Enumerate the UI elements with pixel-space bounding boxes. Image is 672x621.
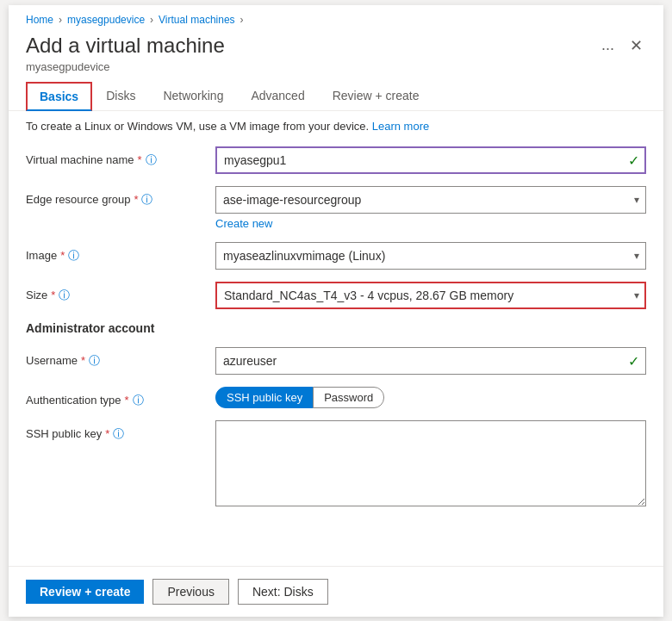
form-section: Virtual machine name * ⓘ ✓ Edge resource… — [9, 141, 663, 566]
edge-rg-info-icon[interactable]: ⓘ — [141, 192, 152, 208]
edge-rg-select[interactable]: ase-image-resourcegroup — [215, 186, 646, 214]
auth-type-label: Authentication type * ⓘ — [26, 387, 215, 408]
review-create-button[interactable]: Review + create — [26, 580, 144, 604]
ssh-key-control — [215, 420, 646, 509]
breadcrumb-vms[interactable]: Virtual machines — [159, 14, 235, 26]
create-new-link[interactable]: Create new — [215, 217, 272, 230]
size-required: * — [51, 289, 55, 301]
auth-type-row: Authentication type * ⓘ SSH public key P… — [26, 387, 646, 408]
breadcrumb-home[interactable]: Home — [26, 14, 53, 26]
panel-header: Add a virtual machine ... ✕ — [9, 29, 663, 60]
image-control: myaseazlinuxvmimage (Linux) ▾ — [215, 242, 646, 270]
info-bar: To create a Linux or Windows VM, use a V… — [9, 111, 663, 141]
previous-button[interactable]: Previous — [152, 579, 228, 605]
image-required: * — [60, 249, 65, 262]
admin-section-heading: Administrator account — [26, 321, 646, 335]
size-control: Standard_NC4as_T4_v3 - 4 vcpus, 28.67 GB… — [215, 282, 646, 309]
image-info-icon[interactable]: ⓘ — [68, 248, 79, 264]
ssh-key-required: * — [105, 427, 109, 440]
size-row: Size * ⓘ Standard_NC4as_T4_v3 - 4 vcpus,… — [26, 282, 646, 309]
username-control: ✓ — [215, 347, 646, 375]
ssh-key-info-icon[interactable]: ⓘ — [113, 426, 124, 442]
username-check-icon: ✓ — [628, 352, 639, 369]
size-select[interactable]: Standard_NC4as_T4_v3 - 4 vcpus, 28.67 GB… — [215, 282, 646, 309]
add-vm-panel: Home › myasegpudevice › Virtual machines… — [9, 5, 663, 617]
learn-more-link[interactable]: Learn more — [372, 120, 429, 133]
edge-rg-required: * — [134, 193, 138, 206]
ssh-key-row: SSH public key * ⓘ — [26, 420, 646, 509]
vm-name-label: Virtual machine name * ⓘ — [26, 146, 215, 168]
auth-type-toggle: SSH public key Password — [215, 387, 646, 408]
auth-ssh-button[interactable]: SSH public key — [215, 387, 314, 408]
image-row: Image * ⓘ myaseazlinuxvmimage (Linux) ▾ — [26, 242, 646, 270]
image-select[interactable]: myaseazlinuxvmimage (Linux) — [215, 242, 646, 270]
tab-networking[interactable]: Networking — [149, 82, 237, 111]
auth-type-required: * — [125, 394, 129, 407]
auth-type-info-icon[interactable]: ⓘ — [133, 393, 144, 408]
breadcrumb-device[interactable]: myasegpudevice — [67, 14, 145, 26]
size-info-icon[interactable]: ⓘ — [59, 288, 70, 303]
auth-password-button[interactable]: Password — [313, 387, 384, 408]
username-row: Username * ⓘ ✓ — [26, 347, 646, 375]
page-title: Add a virtual machine — [26, 34, 589, 58]
username-input[interactable] — [215, 347, 646, 375]
next-disks-button[interactable]: Next: Disks — [238, 579, 328, 605]
ssh-key-label: SSH public key * ⓘ — [26, 420, 215, 442]
vm-name-check-icon: ✓ — [628, 152, 639, 168]
username-info-icon[interactable]: ⓘ — [89, 353, 100, 369]
auth-type-control: SSH public key Password — [215, 387, 646, 408]
breadcrumb: Home › myasegpudevice › Virtual machines… — [9, 5, 663, 29]
info-text: To create a Linux or Windows VM, use a V… — [26, 120, 369, 133]
vm-name-input[interactable] — [215, 146, 646, 174]
close-icon[interactable]: ✕ — [626, 33, 646, 59]
edge-rg-label: Edge resource group * ⓘ — [26, 186, 215, 208]
edge-rg-select-wrap: ase-image-resourcegroup ▾ — [215, 186, 646, 214]
tab-advanced[interactable]: Advanced — [237, 82, 318, 111]
username-required: * — [81, 354, 85, 367]
vm-name-row: Virtual machine name * ⓘ ✓ — [26, 146, 646, 174]
edge-rg-control: ase-image-resourcegroup ▾ Create new — [215, 186, 646, 230]
image-select-wrap: myaseazlinuxvmimage (Linux) ▾ — [215, 242, 646, 270]
tab-review-create[interactable]: Review + create — [319, 82, 433, 111]
footer: Review + create Previous Next: Disks — [9, 566, 663, 617]
tab-disks[interactable]: Disks — [92, 82, 149, 111]
username-label: Username * ⓘ — [26, 347, 215, 369]
tab-basics[interactable]: Basics — [26, 82, 92, 111]
edge-rg-row: Edge resource group * ⓘ ase-image-resour… — [26, 186, 646, 230]
vm-name-info-icon[interactable]: ⓘ — [146, 152, 157, 168]
ssh-key-textarea[interactable] — [215, 420, 646, 506]
panel-subtitle: myasegpudevice — [9, 60, 663, 82]
image-label: Image * ⓘ — [26, 242, 215, 264]
size-select-wrap: Standard_NC4as_T4_v3 - 4 vcpus, 28.67 GB… — [215, 282, 646, 309]
vm-name-required: * — [138, 153, 142, 166]
vm-name-control: ✓ — [215, 146, 646, 174]
more-icon[interactable]: ... — [598, 33, 618, 58]
size-label: Size * ⓘ — [26, 282, 215, 303]
tab-bar: Basics Disks Networking Advanced Review … — [9, 82, 663, 111]
